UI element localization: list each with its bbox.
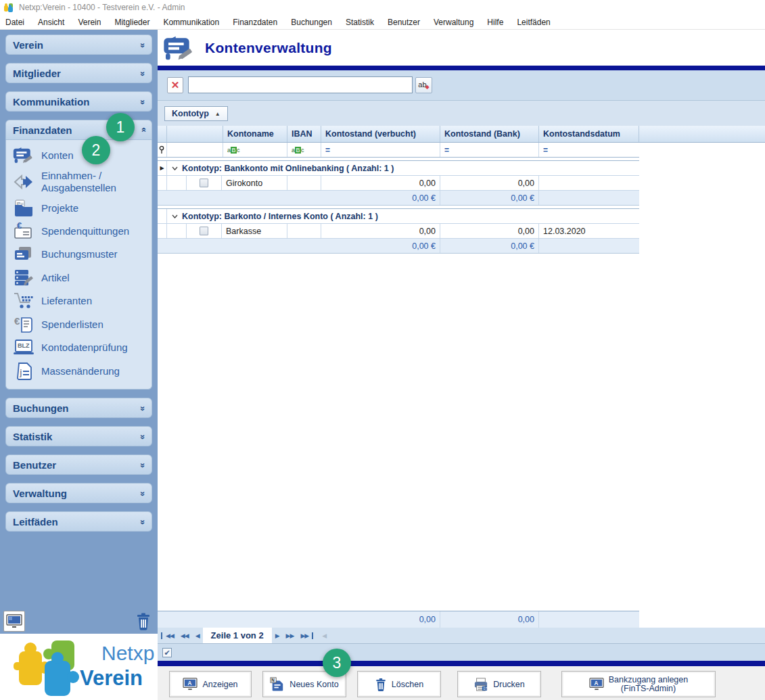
sidebar-item-lieferanten[interactable]: Lieferanten	[7, 289, 150, 312]
projekte-icon: P=	[11, 200, 36, 217]
menu-datei[interactable]: Datei	[5, 16, 32, 29]
menu-buchungen[interactable]: Buchungen	[291, 16, 340, 29]
filter-cell-datum[interactable]: =	[539, 143, 639, 157]
cell-kontostand-bank[interactable]: 0,00	[440, 176, 539, 190]
sidebar-section-verein[interactable]: Verein »	[5, 34, 152, 55]
svg-text:BLZ: BLZ	[18, 342, 30, 349]
cell-kontostandsdatum[interactable]	[539, 176, 639, 190]
pager-fast-next-icon[interactable]: ▶▶	[283, 632, 298, 639]
menu-verein[interactable]: Verein	[78, 16, 108, 29]
search-input[interactable]	[188, 76, 413, 93]
netxp-verein-logo: Netxp Verein	[0, 634, 158, 700]
column-header-iban[interactable]: IBAN	[287, 126, 321, 142]
menu-leitfaeden[interactable]: Leitfäden	[517, 16, 557, 29]
menu-finanzdaten[interactable]: Finanzdaten	[233, 16, 285, 29]
sidebar-item-konten[interactable]: Konten	[7, 143, 150, 167]
hscroll-left-icon[interactable]: ◀	[319, 632, 329, 639]
section-label: Verwaltung	[13, 488, 67, 499]
account-row-barkasse[interactable]: Barkasse 0,00 0,00 12.03.2020	[158, 224, 639, 239]
row-indicator-header	[158, 126, 167, 142]
cell-iban[interactable]	[287, 224, 321, 238]
filter-cell-kontoname[interactable]: aBc	[223, 143, 287, 157]
recycle-bin-button[interactable]	[133, 611, 154, 632]
anzeigen-button[interactable]: A Anzeigen	[169, 671, 252, 697]
row-checkbox[interactable]	[200, 179, 208, 187]
cell-iban[interactable]	[287, 176, 321, 190]
sidebar-section-benutzer[interactable]: Benutzer »	[5, 454, 152, 475]
chevron-up-icon: »	[137, 128, 147, 132]
sidebar-item-einnahmen-ausgabenstellen[interactable]: Einnahmen- / Ausgabenstellen	[7, 167, 150, 197]
sidebar-section-statistik[interactable]: Statistik »	[5, 426, 152, 446]
sidebar-item-spendenquittungen[interactable]: € Spendenquittungen	[7, 220, 150, 243]
item-label: Lieferanten	[41, 295, 92, 307]
sidebar-item-kontodatenpruefung[interactable]: BLZ Kontodatenprüfung	[7, 336, 150, 359]
row-select-cell	[187, 176, 222, 190]
item-label: Einnahmen- / Ausgabenstellen	[41, 170, 116, 194]
cell-kontoname[interactable]: Barkasse	[222, 224, 287, 238]
cell-kontoname[interactable]: Girokonto	[222, 176, 287, 190]
footer-checkbox[interactable]: ✔	[162, 648, 172, 657]
sidebar-section-kommunikation[interactable]: Kommunikation »	[5, 91, 152, 112]
sidebar-section-mitglieder[interactable]: Mitglieder »	[5, 63, 152, 83]
filter-cell-bank[interactable]: =	[440, 143, 539, 157]
spenderlisten-icon: €	[11, 315, 36, 333]
annotation-badge-3: 3	[323, 649, 351, 677]
pager-fast-prev-icon[interactable]: ◀◀	[177, 632, 192, 639]
sidebar-item-artikel[interactable]: Artikel	[7, 266, 150, 289]
filter-cell-iban[interactable]: aBc	[287, 143, 321, 157]
page-title: Kontenverwaltung	[205, 40, 332, 56]
menu-verwaltung[interactable]: Verwaltung	[434, 16, 481, 29]
item-label: Kontodatenprüfung	[41, 342, 128, 354]
pager-last-icon[interactable]: ▶▶	[297, 632, 313, 639]
cell-kontostandsdatum[interactable]: 12.03.2020	[539, 224, 639, 238]
item-label: Projekte	[41, 202, 78, 214]
sidebar-item-spenderlisten[interactable]: € Spenderlisten	[7, 312, 150, 336]
sidebar-section-leitfaeden[interactable]: Leitfäden »	[5, 511, 152, 532]
cell-kontostand-bank[interactable]: 0,00	[440, 224, 539, 238]
application-window: Netxp:Verein - 10400 - Testverein e.V. -…	[0, 0, 765, 700]
lieferanten-icon	[11, 292, 36, 310]
einnahmen-ausgabenstellen-icon	[11, 174, 36, 190]
column-header-kontostand-bank[interactable]: Kontostand (Bank)	[440, 126, 539, 142]
group-row-barkonto[interactable]: Kontotyp: Barkonto / Internes Konto ( An…	[158, 208, 639, 224]
sidebar-section-verwaltung[interactable]: Verwaltung »	[5, 483, 152, 503]
collapse-group-icon[interactable]	[167, 214, 182, 218]
menu-ansicht[interactable]: Ansicht	[38, 16, 72, 29]
sidebar-item-buchungsmuster[interactable]: Buchungsmuster	[7, 243, 150, 266]
account-row-girokonto[interactable]: Girokonto 0,00 0,00	[158, 176, 639, 191]
text-search-options-button[interactable]: ab◆	[415, 77, 432, 93]
row-indicator	[158, 239, 167, 253]
row-select-cell	[187, 224, 222, 238]
clear-filter-button[interactable]: ✕	[167, 77, 183, 93]
collapse-group-icon[interactable]	[167, 166, 182, 170]
menu-benutzer[interactable]: Benutzer	[388, 16, 427, 29]
pager-first-icon[interactable]: ◀◀	[161, 632, 177, 639]
menu-statistik[interactable]: Statistik	[346, 16, 381, 29]
group-sum-verbucht: 0,00 €	[321, 191, 440, 205]
selection-column-header[interactable]	[167, 126, 223, 142]
column-header-kontostand-verbucht[interactable]: Kontostand (verbucht)	[321, 126, 440, 142]
menu-mitglieder[interactable]: Mitglieder	[114, 16, 157, 29]
monitor-view-button[interactable]	[3, 611, 25, 632]
cell-kontostand-verbucht[interactable]: 0,00	[321, 224, 440, 238]
loeschen-button[interactable]: Löschen	[357, 671, 441, 697]
pager-next-icon[interactable]: ▶	[272, 632, 283, 639]
sidebar-item-projekte[interactable]: P= Projekte	[7, 197, 150, 220]
row-checkbox[interactable]	[200, 227, 208, 235]
column-header-kontoname[interactable]: Kontoname	[223, 126, 287, 142]
group-row-bankkonto[interactable]: ▶ Kontotyp: Bankkonto mit Onlinebanking …	[158, 160, 639, 176]
menu-hilfe[interactable]: Hilfe	[487, 16, 511, 29]
column-header-kontostandsdatum[interactable]: Kontostandsdatum	[539, 126, 639, 142]
logo-text-netxp: Netxp	[101, 642, 154, 665]
group-by-kontotyp-button[interactable]: Kontotyp ▲	[164, 106, 228, 121]
cell-kontostand-verbucht[interactable]: 0,00	[321, 176, 440, 190]
pager-prev-icon[interactable]: ◀	[192, 632, 203, 639]
filter-cell-selection[interactable]	[167, 143, 223, 157]
item-label: Massenänderung	[41, 365, 120, 377]
menu-kommunikation[interactable]: Kommunikation	[163, 16, 227, 29]
sidebar-section-buchungen[interactable]: Buchungen »	[5, 398, 152, 418]
drucken-button[interactable]: 07 Drucken	[457, 671, 541, 697]
sidebar-item-massenaenderung[interactable]: j Massenänderung	[7, 359, 150, 383]
filter-cell-verbucht[interactable]: =	[321, 143, 440, 157]
bankzugang-anlegen-button[interactable]: A Bankzugang anlegen (FinTS-Admin)	[561, 671, 716, 697]
